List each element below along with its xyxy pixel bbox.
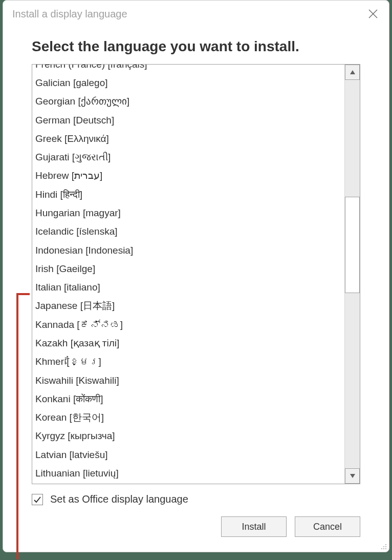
language-listbox[interactable]: French (France) [français] Galician [gal…: [32, 64, 360, 484]
svg-marker-3: [350, 474, 355, 478]
svg-point-4: [385, 544, 386, 545]
annotation-pointer: [16, 293, 18, 559]
list-item[interactable]: Georgian [ქართული]: [32, 93, 344, 111]
list-item[interactable]: Italian [italiano]: [32, 278, 344, 297]
list-item[interactable]: Gujarati [ગુજરાતી]: [32, 148, 344, 167]
titlebar: Install a display language: [3, 1, 389, 24]
scroll-up-button[interactable]: [345, 65, 360, 80]
dialog-title: Install a display language: [12, 8, 127, 20]
list-item[interactable]: Luxembourgish [Lëtzebuergesch]: [32, 483, 344, 484]
list-item[interactable]: Japanese [日本語]: [32, 297, 344, 316]
scrollbar-thumb[interactable]: [345, 197, 360, 293]
list-item[interactable]: Irish [Gaeilge]: [32, 260, 344, 278]
list-item[interactable]: Hungarian [magyar]: [32, 204, 344, 222]
resize-grip-icon: [380, 543, 387, 550]
svg-point-8: [383, 548, 384, 549]
set-default-checkbox-row: Set as Office display language: [3, 484, 389, 505]
list-item[interactable]: Kyrgyz [кыргызча]: [32, 427, 344, 446]
set-default-checkbox[interactable]: [32, 494, 43, 505]
svg-point-6: [385, 546, 386, 547]
resize-grip[interactable]: [380, 543, 387, 550]
list-item[interactable]: Korean [한국어]: [32, 408, 344, 427]
svg-point-9: [385, 548, 386, 549]
list-item[interactable]: Kazakh [қазақ тілі]: [32, 334, 344, 352]
svg-marker-2: [350, 70, 355, 74]
list-item[interactable]: Lithuanian [lietuvių]: [32, 464, 344, 483]
list-item[interactable]: Konkani [कोंकणी]: [32, 390, 344, 408]
set-default-checkbox-label: Set as Office display language: [50, 493, 188, 505]
scrollbar[interactable]: [344, 65, 360, 484]
list-item[interactable]: Greek [Ελληνικά]: [32, 130, 344, 148]
install-language-dialog: Install a display language Select the la…: [3, 0, 389, 552]
list-item[interactable]: German [Deutsch]: [32, 111, 344, 130]
list-item[interactable]: Kannada [ಕನ್ನಡ]: [32, 316, 344, 334]
svg-point-5: [383, 546, 384, 547]
scroll-down-button[interactable]: [345, 468, 360, 484]
list-item[interactable]: Hindi [हिन्दी]: [32, 185, 344, 204]
checkmark-icon: [33, 495, 41, 504]
cancel-button[interactable]: Cancel: [295, 516, 360, 537]
chevron-down-icon: [350, 473, 356, 479]
list-item[interactable]: Galician [galego]: [32, 74, 344, 92]
list-item[interactable]: Icelandic [íslenska]: [32, 223, 344, 241]
install-button[interactable]: Install: [221, 516, 287, 537]
list-item[interactable]: Indonesian [Indonesia]: [32, 241, 344, 260]
list-item[interactable]: Kiswahili [Kiswahili]: [32, 371, 344, 390]
close-icon: [368, 9, 378, 19]
language-list-viewport: French (France) [français] Galician [gal…: [32, 65, 344, 484]
close-button[interactable]: [366, 7, 380, 20]
list-item[interactable]: French (France) [français]: [32, 65, 344, 74]
language-list-items: French (France) [français] Galician [gal…: [32, 65, 344, 484]
dialog-heading: Select the language you want to install.: [3, 24, 389, 64]
svg-point-7: [381, 548, 382, 549]
list-item[interactable]: Latvian [latviešu]: [32, 446, 344, 464]
list-item[interactable]: Khmer [ខ្មែរ]: [32, 353, 344, 371]
list-item[interactable]: Hebrew [עברית]: [32, 167, 344, 185]
dialog-button-row: Install Cancel: [3, 505, 389, 537]
scrollbar-track[interactable]: [345, 80, 360, 468]
chevron-up-icon: [350, 70, 356, 75]
